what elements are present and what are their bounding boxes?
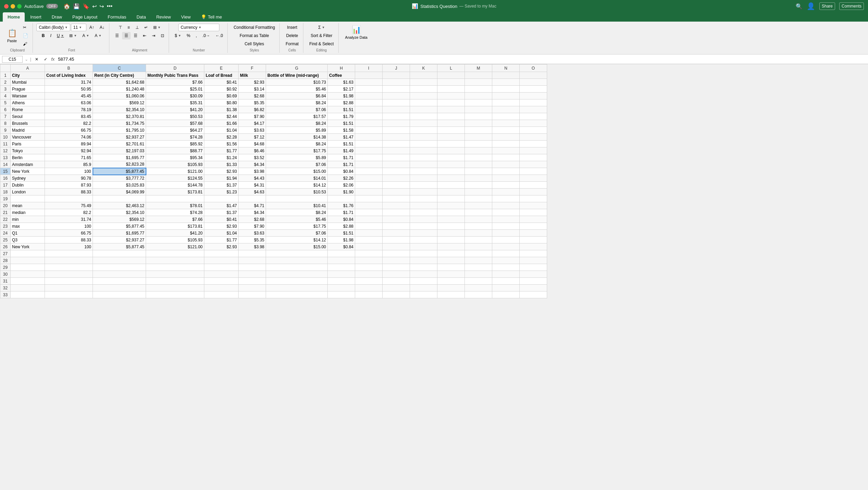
row-header-8[interactable]: 8 xyxy=(0,120,11,127)
cell[interactable] xyxy=(410,168,437,175)
cell[interactable] xyxy=(465,223,492,230)
cell[interactable]: $4.63 xyxy=(239,189,266,195)
cell[interactable]: $41.20 xyxy=(146,106,204,113)
cell[interactable] xyxy=(355,93,383,99)
cell[interactable]: $5.35 xyxy=(239,237,266,243)
cell[interactable] xyxy=(465,147,492,154)
cell[interactable]: 75.49 xyxy=(45,202,93,209)
cell[interactable]: $1.94 xyxy=(204,175,239,182)
cell[interactable]: $1.79 xyxy=(328,113,355,120)
cell[interactable] xyxy=(239,285,266,291)
cell[interactable]: $1.77 xyxy=(204,147,239,154)
cell[interactable] xyxy=(11,278,45,285)
borders-button[interactable]: ⊞ ▼ xyxy=(67,32,79,39)
cell[interactable] xyxy=(355,113,383,120)
cell[interactable] xyxy=(239,195,266,202)
cell[interactable] xyxy=(465,175,492,182)
cell[interactable]: Dublin xyxy=(11,182,45,189)
cell[interactable] xyxy=(465,106,492,113)
cell-reference-input[interactable] xyxy=(2,56,23,63)
autosave-toggle[interactable]: OFF xyxy=(46,4,58,9)
cell[interactable]: $2,701.61 xyxy=(93,141,146,147)
cell[interactable] xyxy=(11,195,45,202)
cell[interactable] xyxy=(437,271,465,278)
cell[interactable] xyxy=(266,285,328,291)
align-right-button[interactable]: ☰ xyxy=(131,32,140,39)
cell[interactable]: $85.92 xyxy=(146,141,204,147)
cell[interactable] xyxy=(520,271,547,278)
cell[interactable] xyxy=(45,291,93,298)
cell[interactable] xyxy=(355,154,383,161)
cell[interactable] xyxy=(11,285,45,291)
cell[interactable] xyxy=(45,285,93,291)
paste-button[interactable]: 📋 Paste xyxy=(4,27,20,45)
cell[interactable] xyxy=(383,250,410,257)
cell[interactable] xyxy=(492,154,520,161)
cell[interactable] xyxy=(45,257,93,264)
cell[interactable]: $5.89 xyxy=(266,154,328,161)
cell[interactable] xyxy=(355,250,383,257)
cell[interactable] xyxy=(383,223,410,230)
cell[interactable]: 82.2 xyxy=(45,120,93,127)
cell[interactable]: Sydney xyxy=(11,175,45,182)
cell[interactable]: $124.55 xyxy=(146,175,204,182)
cell[interactable]: $1,734.75 xyxy=(93,120,146,127)
cell[interactable] xyxy=(437,120,465,127)
cell[interactable] xyxy=(465,195,492,202)
cell[interactable] xyxy=(520,243,547,250)
row-header-21[interactable]: 21 xyxy=(0,209,11,216)
cell[interactable]: $1.04 xyxy=(204,127,239,134)
cell[interactable] xyxy=(239,250,266,257)
cell[interactable] xyxy=(465,72,492,79)
cell-styles-button[interactable]: Cell Styles xyxy=(242,40,266,48)
cell[interactable] xyxy=(328,264,355,271)
cell[interactable] xyxy=(204,257,239,264)
cell[interactable]: $10.73 xyxy=(266,79,328,86)
cell[interactable] xyxy=(93,195,146,202)
cell[interactable]: $2.26 xyxy=(328,175,355,182)
cell[interactable] xyxy=(465,168,492,175)
cell[interactable] xyxy=(410,161,437,168)
cell[interactable] xyxy=(383,120,410,127)
grid-scroll-area[interactable]: A B C D E F G H I J K L M N O xyxy=(0,64,868,490)
cell[interactable] xyxy=(410,209,437,216)
cell[interactable]: $1.33 xyxy=(204,161,239,168)
confirm-formula-button[interactable]: ✓ xyxy=(42,56,49,62)
cell[interactable] xyxy=(492,223,520,230)
wrap-text-button[interactable]: ↵ xyxy=(142,24,150,31)
cell[interactable] xyxy=(383,271,410,278)
cell[interactable] xyxy=(383,182,410,189)
cell[interactable]: $1.98 xyxy=(328,93,355,99)
tab-page-layout[interactable]: Page Layout xyxy=(68,12,102,22)
italic-button[interactable]: I xyxy=(48,32,53,39)
cell[interactable] xyxy=(383,134,410,141)
undo-icon[interactable]: ↩ xyxy=(92,3,97,10)
cell[interactable]: $3.63 xyxy=(239,230,266,237)
cell[interactable] xyxy=(465,182,492,189)
cell[interactable] xyxy=(410,264,437,271)
cell[interactable]: $2,463.12 xyxy=(93,202,146,209)
insert-button[interactable]: Insert xyxy=(285,24,300,31)
cell[interactable]: $3.14 xyxy=(239,86,266,93)
cell[interactable] xyxy=(239,257,266,264)
cell[interactable] xyxy=(328,271,355,278)
cell[interactable]: $6.46 xyxy=(239,147,266,154)
cell[interactable]: $1.63 xyxy=(328,79,355,86)
account-icon[interactable]: 👤 xyxy=(807,2,815,10)
cell[interactable]: Rent (in City Centre) xyxy=(93,72,146,79)
cell[interactable]: $14.01 xyxy=(266,175,328,182)
cell[interactable]: Cost of Living Index xyxy=(45,72,93,79)
cell[interactable]: $4.34 xyxy=(239,161,266,168)
row-header-19[interactable]: 19 xyxy=(0,195,11,202)
cell[interactable] xyxy=(410,230,437,237)
cell[interactable] xyxy=(437,237,465,243)
cell[interactable] xyxy=(383,202,410,209)
cell[interactable] xyxy=(492,168,520,175)
cell[interactable] xyxy=(355,223,383,230)
cell[interactable] xyxy=(355,189,383,195)
cell[interactable] xyxy=(520,86,547,93)
orientation-button[interactable]: ⊡ xyxy=(158,32,167,39)
cell[interactable]: $105.93 xyxy=(146,161,204,168)
cell[interactable]: $0.69 xyxy=(204,93,239,99)
row-header-10[interactable]: 10 xyxy=(0,134,11,141)
